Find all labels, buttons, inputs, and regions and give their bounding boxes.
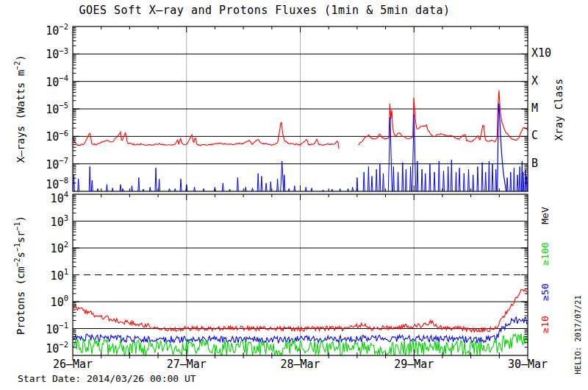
- xray-long-wavelength-trace: [73, 122, 339, 149]
- protons-panel: [73, 194, 528, 361]
- xray-long-wavelength-trace: [358, 91, 528, 145]
- x-tick-label: 26–Mar: [43, 359, 102, 370]
- right-axis-label: ≥10: [540, 316, 550, 333]
- right-axis-label: ≥100: [540, 242, 550, 265]
- x-tick-label: 29–Mar: [384, 359, 443, 370]
- y-tick-label: 101: [37, 269, 68, 282]
- credit-label: HELIO: 2017/07/21: [574, 295, 582, 374]
- xray-class-label: X10: [531, 48, 551, 59]
- xray-short-wavelength-flare-trace: [498, 104, 506, 192]
- y-axis-title: X–rays (Watts m−2): [14, 55, 26, 163]
- y-tick-label: 10−8: [37, 177, 68, 191]
- y-tick-label: 10−2: [37, 341, 68, 355]
- chart-canvas: [0, 0, 588, 390]
- y-tick-label: 10−1: [37, 322, 68, 336]
- x-tick-label: 30–Mar: [498, 359, 557, 370]
- y-tick-label: 10−4: [37, 75, 68, 88]
- y-tick-label: 10−2: [37, 24, 68, 37]
- x-tick-label: 28–Mar: [271, 359, 330, 370]
- y-tick-label: 10−5: [37, 102, 68, 116]
- right-axis-title: Xray Class: [553, 79, 564, 141]
- right-axis-label: MeV: [540, 207, 550, 224]
- xray-class-label: M: [531, 103, 538, 114]
- xray-panel: [73, 26, 528, 191]
- xray-class-label: C: [531, 130, 538, 141]
- y-tick-label: 102: [37, 241, 68, 255]
- goes-flux-plot-page: GOES Soft X–ray and Protons Fluxes (1min…: [0, 0, 588, 390]
- y-tick-label: 100: [37, 295, 68, 308]
- y-tick-label: 103: [37, 215, 68, 228]
- xray-class-label: X: [531, 76, 538, 87]
- y-axis-title: Protons (cm−2s−1sr−1): [14, 216, 26, 335]
- y-tick-label: 10−6: [37, 130, 68, 143]
- xray-class-label: B: [531, 158, 538, 169]
- y-tick-label: 104: [37, 191, 68, 205]
- start-date-label: Start Date: 2014/03/26 00:00 UT: [18, 374, 196, 383]
- right-axis-label: ≥50: [540, 283, 550, 300]
- x-tick-label: 27–Mar: [157, 359, 216, 370]
- y-tick-label: 10−7: [37, 157, 68, 171]
- y-tick-label: 10−3: [37, 47, 68, 60]
